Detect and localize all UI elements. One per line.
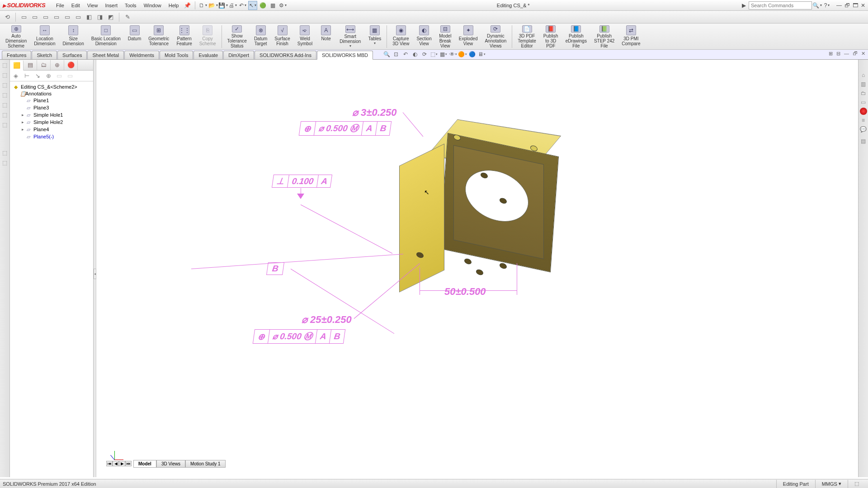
- rebuild-button[interactable]: 🟢: [258, 1, 267, 10]
- tab-sheet-metal[interactable]: Sheet Metal: [87, 51, 124, 59]
- scene-icon[interactable]: 🔵: [468, 50, 476, 58]
- tree-tool-1[interactable]: ◈: [12, 72, 20, 80]
- expand-icon[interactable]: ▸: [20, 127, 25, 132]
- save-button[interactable]: 💾: [218, 1, 227, 10]
- ribbon-section[interactable]: ◐Section View: [413, 24, 435, 49]
- new-doc-button[interactable]: 🗋: [198, 1, 208, 10]
- rail-drawing-icon[interactable]: ⬚: [1, 81, 9, 89]
- rail-appear2-icon[interactable]: [860, 108, 867, 115]
- restore-button[interactable]: 🗗: [844, 2, 850, 9]
- menu-help[interactable]: Help: [165, 3, 183, 8]
- tree-tab-display[interactable]: 🔴: [64, 60, 78, 70]
- view-dimetric-button[interactable]: ◨: [95, 13, 104, 22]
- tree-item-plane1[interactable]: ▱Plane1: [11, 97, 92, 104]
- zoom-fit-icon[interactable]: 🔍: [382, 50, 391, 58]
- view-iso-button[interactable]: ◧: [85, 13, 94, 22]
- rail-last-icon[interactable]: ▤: [860, 137, 867, 145]
- menu-insert[interactable]: Insert: [101, 3, 121, 8]
- undo-button[interactable]: ↶: [238, 1, 247, 10]
- rail-view-icon[interactable]: ▭: [860, 99, 867, 106]
- dim-hole-small[interactable]: ⌀ 3±0.250: [352, 107, 396, 118]
- tree-item-annotations[interactable]: ▸📋Annotations: [11, 90, 92, 97]
- ribbon-size[interactable]: ↕Size Dimension: [59, 24, 88, 49]
- dynamic-anno-icon[interactable]: ⟳: [420, 50, 429, 58]
- menu-file[interactable]: File: [52, 3, 68, 8]
- display-style-icon[interactable]: ▦: [439, 50, 448, 58]
- view-front-button[interactable]: ▭: [19, 13, 28, 22]
- rail-misc2-icon[interactable]: ⬚: [1, 159, 9, 166]
- tree-tool-2[interactable]: ⊢: [23, 72, 31, 80]
- bottom-tab-model[interactable]: Model: [133, 460, 156, 468]
- tree-tool-3[interactable]: ↘: [33, 72, 42, 80]
- view-top-button[interactable]: ▭: [63, 13, 72, 22]
- rail-lib-icon[interactable]: ▥: [860, 81, 867, 88]
- tab-dimxpert[interactable]: DimXpert: [223, 51, 254, 59]
- fcf-perpendicularity[interactable]: ⊥ 0.100 A: [273, 175, 331, 188]
- ribbon-exploded[interactable]: ✦Exploded View: [455, 24, 481, 49]
- tree-tool-5[interactable]: ▭: [55, 72, 63, 80]
- rail-cfg-icon[interactable]: ⬚: [1, 91, 9, 99]
- doc-restore-icon[interactable]: 🗗: [853, 51, 858, 57]
- expand-icon[interactable]: ▸: [20, 113, 25, 117]
- view-left-button[interactable]: ▭: [41, 13, 50, 22]
- ribbon-geometric[interactable]: ⊞Geometric Tolerance: [145, 24, 173, 49]
- appearance-icon[interactable]: 🟠: [458, 50, 467, 58]
- rebuild-with-deps-button[interactable]: ⟲: [3, 13, 12, 22]
- search-go-button[interactable]: 🔍: [812, 1, 821, 10]
- rail-explorer-icon[interactable]: 🗀: [860, 90, 867, 97]
- tab-sketch[interactable]: Sketch: [32, 51, 57, 59]
- dim-hole-large[interactable]: ⌀ 25±0.250: [302, 314, 352, 326]
- prev-view-icon[interactable]: ↶: [401, 50, 410, 58]
- menu-edit[interactable]: Edit: [68, 3, 84, 8]
- ribbon-tables[interactable]: ▦Tables▾: [364, 24, 385, 49]
- tab-solidworks-mbd[interactable]: SOLIDWORKS MBD: [317, 51, 373, 60]
- help-dropdown[interactable]: ?: [822, 1, 831, 10]
- tab-solidworks-add-ins[interactable]: SOLIDWORKS Add-Ins: [255, 51, 316, 59]
- ribbon-surface[interactable]: √Surface Finish: [271, 24, 293, 49]
- fcf-position-1[interactable]: ⊕ ⌀ 0.500 Ⓜ A B: [300, 121, 391, 136]
- options-button[interactable]: ⚙: [278, 1, 287, 10]
- maximize-button[interactable]: 🗖: [853, 2, 858, 9]
- tree-item-plane5-[interactable]: ▱Plane5(-): [11, 133, 92, 140]
- fcf-position-2[interactable]: ⊕ ⌀ 0.500 Ⓜ A B: [254, 329, 344, 344]
- ribbon-weld[interactable]: ⤽Weld Symbol: [294, 24, 316, 49]
- ribbon-show[interactable]: ✓Show Tolerance Status: [224, 24, 250, 49]
- rail-appear-icon[interactable]: ⬚: [1, 121, 9, 128]
- tab-nav-first[interactable]: ⏮: [106, 461, 113, 466]
- view-trimetric-button[interactable]: ◩: [106, 13, 115, 22]
- select-button[interactable]: ↖: [248, 1, 257, 10]
- hide-show-icon[interactable]: 👁: [449, 50, 457, 58]
- open-doc-button[interactable]: 📂: [208, 1, 217, 10]
- minimize-button[interactable]: —: [836, 2, 842, 9]
- pin-icon[interactable]: 📌: [183, 1, 192, 10]
- bottom-tab-3dviews[interactable]: 3D Views: [156, 460, 185, 468]
- status-units[interactable]: MMGS ▾: [815, 480, 848, 488]
- rail-assembly-icon[interactable]: ⬚: [1, 71, 9, 79]
- rail-part-icon[interactable]: ⬚: [1, 62, 9, 69]
- menu-view[interactable]: View: [84, 3, 102, 8]
- view-settings-icon[interactable]: 🖥: [477, 50, 486, 58]
- tree-tab-feature[interactable]: 🟨: [10, 61, 24, 71]
- tree-item-simple-hole2[interactable]: ▸▱Simple Hole2: [11, 118, 92, 126]
- ribbon-model[interactable]: ⊟Model Break View: [435, 24, 455, 49]
- rail-prop2-icon[interactable]: ≡: [860, 117, 867, 124]
- ribbon-dynamic[interactable]: ⟳Dynamic Annotation Views: [481, 24, 510, 49]
- ribbon-location[interactable]: ↔Location Dimension: [30, 24, 59, 49]
- tree-tool-4[interactable]: ⊕: [44, 72, 52, 80]
- rail-home-icon[interactable]: ⌂: [860, 71, 867, 79]
- tab-surfaces[interactable]: Surfaces: [57, 51, 87, 59]
- view-bottom-button[interactable]: ▭: [74, 13, 83, 22]
- tree-root[interactable]: ◆ Editing CS_&<Scheme2>: [11, 83, 92, 90]
- doc-minimize-icon[interactable]: —: [844, 51, 849, 57]
- ribbon-capture[interactable]: ◉Capture 3D View: [389, 24, 413, 49]
- tree-tool-6[interactable]: ▭: [66, 72, 74, 80]
- ribbon-publish[interactable]: 📘Publish eDrawings File: [562, 24, 590, 49]
- view-right-button[interactable]: ▭: [52, 13, 61, 22]
- ribbon-note[interactable]: ANote: [316, 24, 336, 49]
- tab-nav-last[interactable]: ⏭: [125, 461, 132, 466]
- ribbon-basic-location[interactable]: □Basic Location Dimension: [88, 24, 124, 49]
- doc-window-2-icon[interactable]: ⊟: [836, 51, 840, 57]
- zoom-area-icon[interactable]: ⊡: [392, 50, 400, 58]
- view-orientation-icon[interactable]: ⬚: [430, 50, 438, 58]
- rail-forum-icon[interactable]: 💬: [860, 126, 867, 133]
